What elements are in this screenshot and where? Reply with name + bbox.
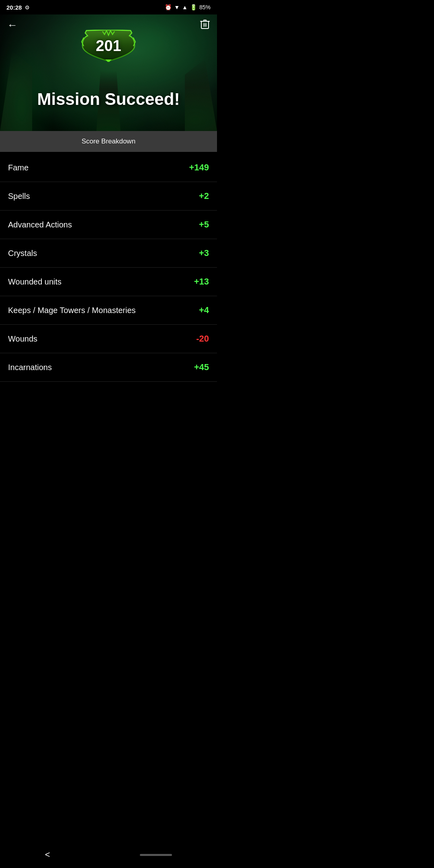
score-row: Crystals+3 [0,239,217,268]
score-row-value: +13 [194,276,209,287]
trash-icon [200,18,210,30]
score-badge: 201 [80,30,137,62]
score-row-value: +3 [199,248,209,258]
score-row-value: +2 [199,191,209,201]
spacer [0,382,217,414]
alarm-icon: ⏰ [165,4,172,10]
score-row-value: +5 [199,219,209,230]
delete-button[interactable] [200,18,210,31]
score-row-label: Advanced Actions [8,220,72,229]
score-rows: Fame+149Spells+2Advanced Actions+5Crysta… [0,154,217,382]
status-right: ⏰ ▼ ▲ 🔋 85% [165,4,211,10]
score-row: Spells+2 [0,182,217,211]
hero-banner: ← [0,14,217,131]
wifi-icon: ▼ [174,4,180,10]
battery-icon: 🔋 [190,4,197,10]
media-icon: ⊙ [25,4,29,10]
score-number: 201 [96,37,121,55]
back-button[interactable]: ← [7,20,18,30]
score-row-label: Fame [8,163,29,172]
score-badge-container: 201 [80,30,137,62]
score-row-label: Crystals [8,249,37,258]
score-row: Incarnations+45 [0,353,217,382]
score-row-value: +45 [194,362,209,373]
score-row: Advanced Actions+5 [0,211,217,239]
score-row: Keeps / Mage Towers / Monasteries+4 [0,296,217,325]
score-row: Wounded units+13 [0,268,217,296]
score-row-label: Wounds [8,334,37,344]
score-row-label: Spells [8,192,30,201]
score-row-value: -20 [196,334,209,344]
score-row-label: Keeps / Mage Towers / Monasteries [8,306,136,315]
battery-level: 85% [199,4,211,10]
score-row-label: Incarnations [8,363,52,372]
score-row-label: Wounded units [8,277,61,287]
score-row: Fame+149 [0,154,217,182]
signal-icon: ▲ [182,4,188,10]
score-breakdown-button[interactable]: Score Breakdown [0,131,217,152]
score-row: Wounds-20 [0,325,217,353]
status-bar: 20:28 ⊙ ⏰ ▼ ▲ 🔋 85% [0,0,217,14]
mission-title: Mission Succeed! [0,90,217,109]
score-row-value: +4 [199,305,209,315]
score-row-value: +149 [189,162,209,173]
status-left: 20:28 ⊙ [6,4,29,11]
time-display: 20:28 [6,4,22,11]
